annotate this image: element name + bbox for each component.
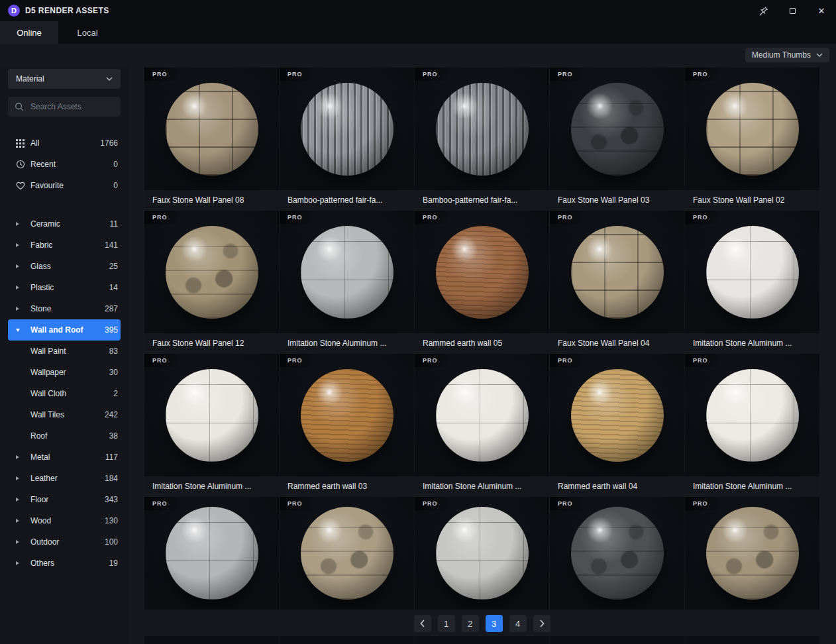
- sidebar-item-label: Stone: [30, 304, 101, 313]
- sidebar-item-ceramic[interactable]: Ceramic11: [8, 213, 121, 235]
- search-input[interactable]: [29, 101, 110, 112]
- sidebar-item-label: Wall Cloth: [30, 389, 109, 398]
- asset-tile[interactable]: PRORammed earth wall 04: [550, 354, 684, 496]
- tab-local[interactable]: Local: [58, 21, 117, 44]
- asset-name: Faux Stone Wall Panel 02: [685, 190, 819, 210]
- pagination-page-3[interactable]: 3: [486, 615, 503, 632]
- asset-tile[interactable]: PROBamboo-patterned fair-fa...: [280, 68, 414, 210]
- asset-tile-partial: [280, 636, 414, 644]
- pin-button[interactable]: [751, 0, 775, 21]
- search-box[interactable]: [8, 97, 121, 117]
- toolbar: Medium Thumbs: [0, 44, 836, 66]
- asset-tile[interactable]: PRO: [550, 497, 684, 610]
- asset-tile[interactable]: PRORammed earth wall 05: [415, 211, 549, 353]
- sidebar-item-label: Metal: [30, 453, 101, 462]
- sidebar-item-wall-tiles[interactable]: Wall Tiles242: [8, 404, 121, 425]
- material-sphere-preview: [436, 83, 529, 176]
- asset-thumbnail: PRO: [550, 68, 684, 190]
- sidebar-item-others[interactable]: Others19: [8, 553, 121, 574]
- pro-badge: PRO: [550, 68, 585, 81]
- sidebar-item-label: Favourite: [30, 181, 109, 190]
- triangle-right-icon: [16, 455, 25, 459]
- asset-tile[interactable]: PROImitation Stone Aluminum ...: [415, 354, 549, 496]
- tab-online[interactable]: Online: [0, 21, 58, 44]
- asset-tile[interactable]: PROFaux Stone Wall Panel 12: [144, 211, 279, 353]
- heart-icon: [16, 182, 25, 190]
- asset-tile[interactable]: PROFaux Stone Wall Panel 03: [550, 68, 684, 210]
- material-sphere-preview: [436, 226, 529, 319]
- sidebar-item-count: 141: [101, 241, 118, 250]
- triangle-right-icon: [16, 498, 25, 502]
- sidebar-item-count: 100: [101, 537, 118, 547]
- asset-tile[interactable]: PRORammed earth wall 03: [280, 354, 414, 496]
- sidebar-item-label: Plastic: [30, 283, 105, 292]
- maximize-button[interactable]: [780, 0, 804, 21]
- sidebar-item-count: 38: [105, 431, 118, 441]
- sidebar-item-roof[interactable]: Roof38: [8, 425, 121, 447]
- titlebar: D D5 RENDER ASSETS ✕: [0, 0, 836, 21]
- asset-tile[interactable]: PRO: [144, 497, 279, 610]
- asset-tile[interactable]: PROImitation Stone Aluminum ...: [280, 211, 414, 353]
- pro-badge: PRO: [144, 68, 180, 81]
- material-sphere-preview: [166, 507, 258, 600]
- asset-name: Faux Stone Wall Panel 03: [550, 190, 684, 210]
- pagination-page-2[interactable]: 2: [462, 615, 479, 632]
- sidebar-item-floor[interactable]: Floor343: [8, 489, 121, 510]
- asset-tile[interactable]: PRO: [415, 497, 549, 610]
- close-button[interactable]: ✕: [810, 0, 833, 21]
- sidebar-item-wall-cloth[interactable]: Wall Cloth2: [8, 383, 121, 404]
- triangle-right-icon: [16, 540, 25, 544]
- sidebar-item-count: 130: [101, 516, 118, 525]
- asset-tile[interactable]: PROFaux Stone Wall Panel 04: [550, 211, 684, 353]
- sidebar-item-recent[interactable]: Recent0: [8, 154, 121, 175]
- asset-tile[interactable]: PROImitation Stone Aluminum ...: [685, 211, 819, 353]
- sidebar-item-wood[interactable]: Wood130: [8, 510, 121, 531]
- asset-tile[interactable]: PRO: [280, 497, 414, 610]
- pagination-prev-button[interactable]: [414, 615, 431, 632]
- pro-badge: PRO: [685, 68, 720, 81]
- pagination-next-button[interactable]: [533, 615, 550, 632]
- thumb-size-dropdown[interactable]: Medium Thumbs: [745, 48, 829, 62]
- sidebar-item-stone[interactable]: Stone287: [8, 298, 121, 319]
- pagination-page-1[interactable]: 1: [438, 615, 455, 632]
- sidebar-item-wallpaper[interactable]: Wallpaper30: [8, 362, 121, 383]
- material-sphere-preview: [706, 507, 799, 600]
- sidebar-item-metal[interactable]: Metal117: [8, 447, 121, 468]
- sidebar-item-label: Glass: [30, 262, 105, 271]
- triangle-right-icon: [16, 264, 25, 268]
- sidebar-item-count: 0: [109, 160, 118, 169]
- sidebar-item-label: Others: [30, 559, 105, 568]
- sidebar-item-count: 2: [109, 389, 118, 398]
- thumb-size-label: Medium Thumbs: [752, 50, 811, 60]
- asset-grid-area: PROFaux Stone Wall Panel 08PROBamboo-pat…: [129, 66, 836, 644]
- asset-tile[interactable]: PROFaux Stone Wall Panel 02: [685, 68, 819, 210]
- asset-tile[interactable]: PROImitation Stone Aluminum ...: [144, 354, 279, 496]
- pro-badge: PRO: [144, 354, 180, 367]
- sidebar-item-label: All: [30, 138, 96, 148]
- sidebar-item-wall-and-roof[interactable]: Wall and Roof395: [8, 319, 121, 341]
- sidebar-item-plastic[interactable]: Plastic14: [8, 277, 121, 298]
- sidebar-item-outdoor[interactable]: Outdoor100: [8, 531, 121, 553]
- sidebar-item-glass[interactable]: Glass25: [8, 256, 121, 277]
- window-title: D5 RENDER ASSETS: [25, 6, 109, 15]
- asset-tile[interactable]: PROFaux Stone Wall Panel 08: [144, 68, 279, 210]
- sidebar-item-wall-paint[interactable]: Wall Paint83: [8, 341, 121, 362]
- asset-tile[interactable]: PRO: [685, 497, 819, 610]
- asset-tile[interactable]: PROImitation Stone Aluminum ...: [685, 354, 819, 496]
- sidebar-item-fabric[interactable]: Fabric141: [8, 235, 121, 256]
- pagination-page-4[interactable]: 4: [509, 615, 527, 632]
- material-sphere-preview: [166, 369, 258, 462]
- sidebar-item-favourite[interactable]: Favourite0: [8, 175, 121, 196]
- pro-badge: PRO: [415, 497, 450, 510]
- asset-thumbnail: PRO: [685, 354, 819, 476]
- sidebar-item-all[interactable]: All1766: [8, 133, 121, 154]
- asset-type-dropdown[interactable]: Material: [8, 69, 121, 89]
- asset-thumbnail: PRO: [550, 354, 684, 476]
- sidebar-item-leather[interactable]: Leather184: [8, 468, 121, 489]
- asset-tile[interactable]: PROBamboo-patterned fair-fa...: [415, 68, 549, 210]
- pro-badge: PRO: [415, 354, 450, 367]
- pin-icon: [758, 6, 768, 16]
- pro-badge: PRO: [415, 68, 450, 81]
- asset-thumbnail: PRO: [415, 354, 549, 476]
- sidebar-item-label: Leather: [30, 474, 101, 483]
